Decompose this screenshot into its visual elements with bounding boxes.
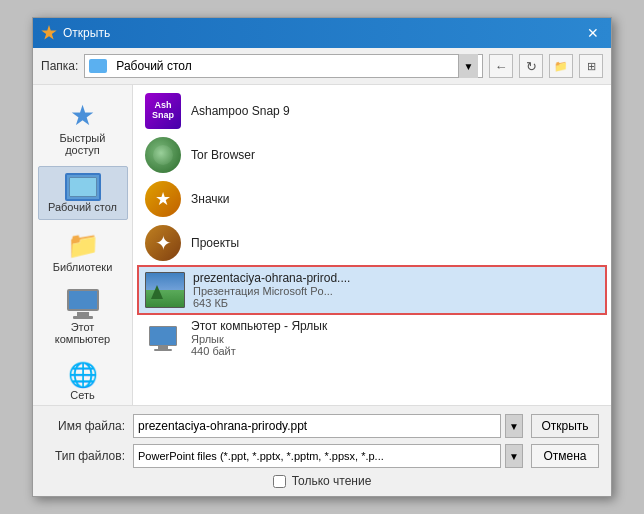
file-list: AshSnap Ashampoo Snap 9 Tor Browser: [133, 85, 611, 405]
file-item-tor[interactable]: Tor Browser: [137, 133, 607, 177]
open-button[interactable]: Открыть: [531, 414, 599, 438]
folder-dropdown-arrow[interactable]: ▼: [458, 54, 478, 78]
new-folder-button[interactable]: 📁: [549, 54, 573, 78]
computer-shortcut-type: Ярлык: [191, 333, 327, 345]
toolbar: Па​пка: Рабочий стол ▼ ← ↻ 📁 ⊞: [33, 48, 611, 85]
prezentaciya-info: prezentaciya-ohrana-prirod.... Презентац…: [193, 271, 350, 309]
proekty-icon: ✦: [143, 225, 183, 261]
znachki-name: Значки: [191, 192, 230, 206]
dialog-title: Открыть: [63, 26, 110, 40]
filename-dropdown[interactable]: ▼: [505, 414, 523, 438]
folder-select[interactable]: Рабочий стол ▼: [84, 54, 483, 78]
prezentaciya-type: Презентация Microsoft Po...: [193, 285, 350, 297]
thispc-icon: [65, 289, 101, 321]
file-item-znachki[interactable]: ★ Значки: [137, 177, 607, 221]
desktop-icon: [65, 173, 101, 201]
sidebar-item-libraries[interactable]: 📁 Библиотеки: [38, 224, 128, 279]
cancel-button[interactable]: Отмена: [531, 444, 599, 468]
filetype-dropdown[interactable]: ▼: [505, 444, 523, 468]
sidebar-label-desktop: Рабочий стол: [48, 201, 117, 213]
title-bar: Открыть ✕: [33, 18, 611, 48]
proekty-name: Проекты: [191, 236, 239, 250]
file-item-proekty[interactable]: ✦ Проекты: [137, 221, 607, 265]
ashampoo-icon: AshSnap: [143, 93, 183, 129]
back-button[interactable]: ←: [489, 54, 513, 78]
prezentaciya-name: prezentaciya-ohrana-prirod....: [193, 271, 350, 285]
filetype-display: PowerPoint files (*.ppt, *.pptx, *.pptm,…: [133, 444, 501, 468]
filename-input-area: ▼: [133, 414, 523, 438]
dialog-icon: [41, 25, 57, 41]
prezentaciya-size: 643 КБ: [193, 297, 350, 309]
tor-info: Tor Browser: [191, 148, 255, 162]
znachki-icon: ★: [143, 181, 183, 217]
open-dialog: Открыть ✕ Па​пка: Рабочий стол ▼ ← ↻ 📁 ⊞…: [32, 17, 612, 497]
file-item-ashampoo[interactable]: AshSnap Ashampoo Snap 9: [137, 89, 607, 133]
quick-access-icon: ★: [70, 99, 95, 132]
filename-input[interactable]: [133, 414, 501, 438]
readonly-row: Только чтение: [45, 474, 599, 488]
main-area: ★ Быстрый доступ Рабочий стол 📁 Библиоте…: [33, 85, 611, 405]
tor-icon: [143, 137, 183, 173]
computer-shortcut-name: Этот компьютер - Ярлык: [191, 319, 327, 333]
sidebar-label-thispc: Этот компьютер: [46, 321, 120, 345]
folder-select-text: Рабочий стол: [116, 59, 454, 73]
sidebar-item-desktop[interactable]: Рабочий стол: [38, 166, 128, 220]
sidebar: ★ Быстрый доступ Рабочий стол 📁 Библиоте…: [33, 85, 133, 405]
prezentaciya-icon: [145, 272, 185, 308]
filetype-label: Тип файлов:: [45, 449, 125, 463]
znachki-info: Значки: [191, 192, 230, 206]
sidebar-label-quick-access: Быстрый доступ: [46, 132, 120, 156]
file-item-prezentaciya[interactable]: prezentaciya-ohrana-prirod.... Презентац…: [137, 265, 607, 315]
filetype-select-area: PowerPoint files (*.ppt, *.pptx, *.pptm,…: [133, 444, 523, 468]
readonly-checkbox[interactable]: [273, 475, 286, 488]
proekty-info: Проекты: [191, 236, 239, 250]
sidebar-item-thispc[interactable]: Этот компьютер: [38, 283, 128, 351]
readonly-label: Только чтение: [292, 474, 372, 488]
filename-row: Имя файла: ▼ Открыть: [45, 414, 599, 438]
folder-label: Па​пка:: [41, 59, 78, 73]
sidebar-label-libraries: Библиотеки: [53, 261, 113, 273]
network-icon: 🌐: [68, 361, 98, 389]
ashampoo-info: Ashampoo Snap 9: [191, 104, 290, 118]
refresh-button[interactable]: ↻: [519, 54, 543, 78]
libraries-icon: 📁: [67, 230, 99, 261]
file-item-computer[interactable]: Этот компьютер - Ярлык Ярлык 440 байт: [137, 315, 607, 361]
sidebar-item-quick-access[interactable]: ★ Быстрый доступ: [38, 93, 128, 162]
tor-name: Tor Browser: [191, 148, 255, 162]
computer-shortcut-info: Этот компьютер - Ярлык Ярлык 440 байт: [191, 319, 327, 357]
view-button[interactable]: ⊞: [579, 54, 603, 78]
title-bar-left: Открыть: [41, 25, 110, 41]
sidebar-label-network: Сеть: [70, 389, 94, 401]
close-button[interactable]: ✕: [583, 23, 603, 43]
computer-shortcut-size: 440 байт: [191, 345, 327, 357]
computer-shortcut-icon: [143, 320, 183, 356]
sidebar-item-network[interactable]: 🌐 Сеть: [38, 355, 128, 407]
folder-select-icon: [89, 59, 107, 73]
bottom-panel: Имя файла: ▼ Открыть Тип файлов: PowerPo…: [33, 405, 611, 496]
filetype-row: Тип файлов: PowerPoint files (*.ppt, *.p…: [45, 444, 599, 468]
ashampoo-name: Ashampoo Snap 9: [191, 104, 290, 118]
filename-label: Имя файла:: [45, 419, 125, 433]
